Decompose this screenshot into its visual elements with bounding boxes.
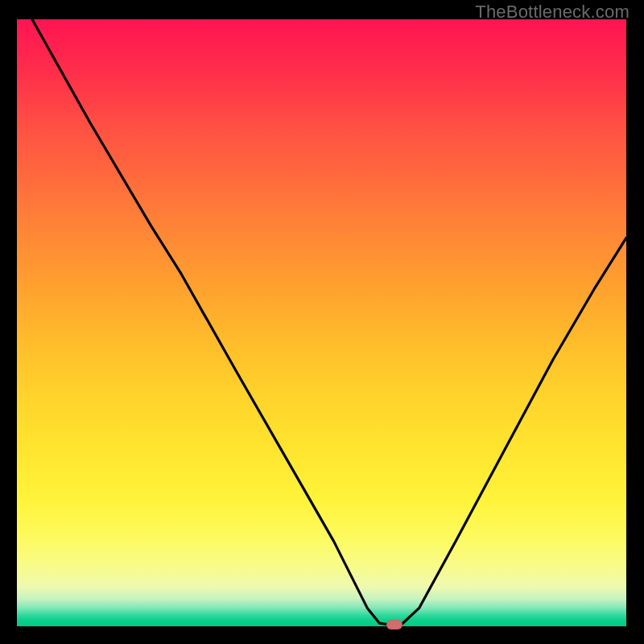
minimum-marker (386, 620, 402, 630)
chart-frame: TheBottleneck.com (0, 0, 644, 644)
plot-area (17, 19, 626, 626)
curve-line (17, 19, 626, 626)
